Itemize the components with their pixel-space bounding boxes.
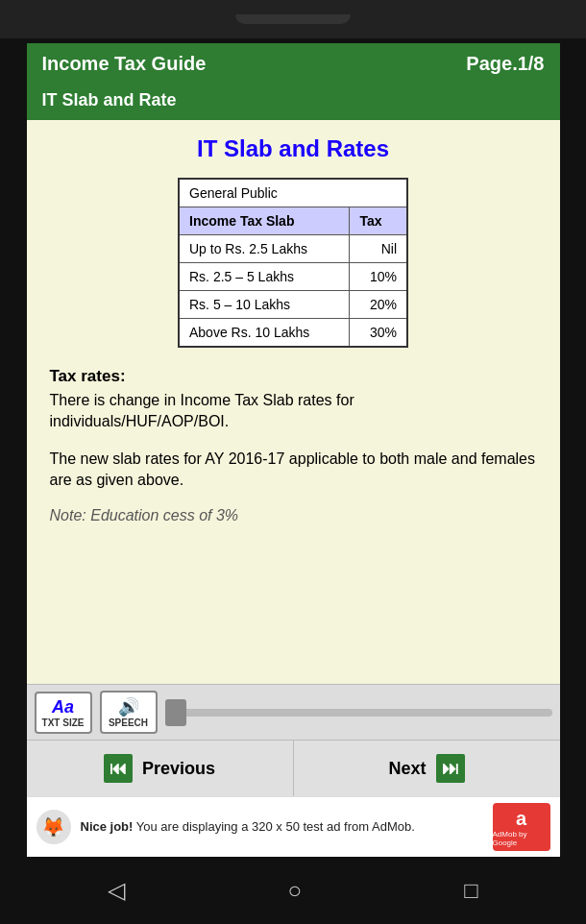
table-row: Rs. 2.5 – 5 Lakhs 10%	[179, 263, 407, 291]
next-label: Next	[388, 759, 426, 779]
admob-logo: a AdMob by Google	[493, 803, 550, 851]
tax-2: 10%	[350, 263, 407, 291]
home-icon[interactable]: ○	[287, 877, 302, 904]
table-row: Above Rs. 10 Lakhs 30%	[179, 319, 407, 348]
tax-1: Nil	[350, 235, 407, 263]
navigation-bar: ⏮ Previous Next ⏭	[27, 740, 560, 796]
speech-button[interactable]: 🔊 SPEECH	[100, 691, 158, 734]
ad-small-icon: 🦊	[37, 810, 71, 844]
note-value: Education cess of 3%	[90, 507, 238, 523]
next-icon: ⏭	[436, 754, 465, 783]
recents-icon[interactable]: □	[464, 877, 478, 904]
next-button[interactable]: Next ⏭	[294, 741, 560, 796]
admob-icon: a	[516, 808, 526, 830]
note-label: Note:	[50, 507, 86, 523]
sub-header-title: IT Slab and Rate	[42, 90, 177, 109]
previous-button[interactable]: ⏮ Previous	[27, 741, 294, 796]
slab-3: Rs. 5 – 10 Lakhs	[179, 291, 350, 319]
txt-size-icon: Aa	[52, 697, 74, 717]
sub-header: IT Slab and Rate	[27, 85, 560, 120]
content-area: IT Slab and Rates General Public Income …	[27, 120, 560, 684]
table-caption: General Public	[179, 179, 407, 207]
slab-rates-text: The new slab rates for AY 2016-17 applic…	[50, 449, 537, 492]
ad-banner: 🦊 Nice job! You are displaying a 320 x 5…	[27, 796, 560, 857]
previous-icon: ⏮	[104, 754, 133, 783]
page-heading: IT Slab and Rates	[197, 135, 389, 162]
tax-rates-text: There is change in Income Tax Slab rates…	[50, 390, 537, 433]
admob-label: AdMob by Google	[493, 830, 550, 847]
txt-size-button[interactable]: Aa TXT SIZE	[35, 692, 92, 734]
slab-2: Rs. 2.5 – 5 Lakhs	[179, 263, 350, 291]
col-header-slab: Income Tax Slab	[179, 207, 350, 235]
font-size-slider[interactable]	[165, 709, 552, 717]
table-row: Rs. 5 – 10 Lakhs 20%	[179, 291, 407, 319]
tax-table: General Public Income Tax Slab Tax Up to…	[178, 178, 408, 348]
slider-container	[165, 709, 552, 717]
slab-1: Up to Rs. 2.5 Lakhs	[179, 235, 350, 263]
tax-3: 20%	[350, 291, 407, 319]
page-indicator: Page.1/8	[466, 53, 544, 75]
app-header: Income Tax Guide Page.1/8	[27, 43, 560, 85]
text-block: Tax rates: There is change in Income Tax…	[42, 367, 545, 524]
tax-4: 30%	[350, 319, 407, 348]
ad-text: Nice job! You are displaying a 320 x 50 …	[81, 818, 483, 836]
bottom-toolbar: Aa TXT SIZE 🔊 SPEECH	[27, 684, 560, 740]
slider-thumb	[165, 699, 186, 726]
speech-label: SPEECH	[109, 717, 148, 728]
slab-4: Above Rs. 10 Lakhs	[179, 319, 350, 348]
note-text: Note: Education cess of 3%	[50, 507, 537, 524]
txt-size-label: TXT SIZE	[42, 717, 85, 728]
back-icon[interactable]: ◁	[108, 877, 125, 904]
system-nav-bar: ◁ ○ □	[27, 862, 560, 919]
app-title: Income Tax Guide	[42, 53, 207, 75]
previous-label: Previous	[142, 759, 215, 779]
col-header-tax: Tax	[350, 207, 407, 235]
tax-rates-label: Tax rates:	[50, 367, 537, 386]
table-row: Up to Rs. 2.5 Lakhs Nil	[179, 235, 407, 263]
speech-icon: 🔊	[118, 696, 139, 717]
